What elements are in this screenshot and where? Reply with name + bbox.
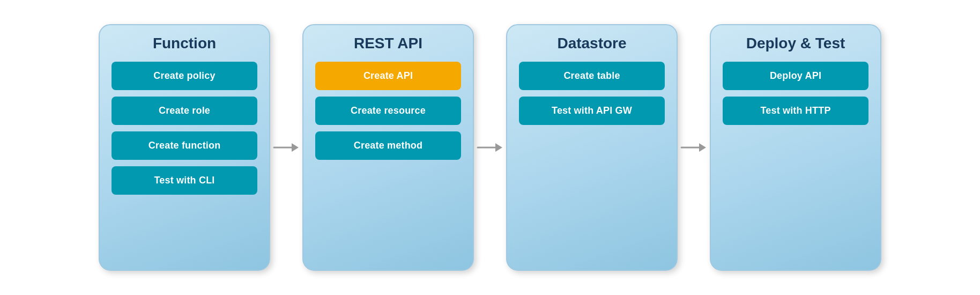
svg-marker-5 <box>699 143 706 152</box>
btn-create-table[interactable]: Create table <box>519 62 665 90</box>
panel-rest-api: REST APICreate APICreate resourceCreate … <box>302 24 474 271</box>
btn-create-api[interactable]: Create API <box>315 62 461 90</box>
panel-title-deploy-test: Deploy & Test <box>746 35 845 52</box>
panel-title-rest-api: REST API <box>354 35 422 52</box>
panel-function: FunctionCreate policyCreate roleCreate f… <box>99 24 270 271</box>
arrow-3 <box>678 137 710 158</box>
diagram: FunctionCreate policyCreate roleCreate f… <box>77 13 903 282</box>
btn-test-with-cli[interactable]: Test with CLI <box>112 166 257 195</box>
panel-title-function: Function <box>153 35 216 52</box>
btn-create-resource[interactable]: Create resource <box>315 97 461 125</box>
panel-datastore: DatastoreCreate tableTest with API GW <box>506 24 678 271</box>
btn-create-policy[interactable]: Create policy <box>112 62 257 90</box>
btn-deploy-api[interactable]: Deploy API <box>723 62 868 90</box>
panel-deploy-test: Deploy & TestDeploy APITest with HTTP <box>710 24 881 271</box>
btn-test-with-api-gw[interactable]: Test with API GW <box>519 97 665 125</box>
btn-create-function[interactable]: Create function <box>112 131 257 160</box>
btn-test-with-http[interactable]: Test with HTTP <box>723 97 868 125</box>
panel-title-datastore: Datastore <box>557 35 626 52</box>
svg-marker-1 <box>292 143 299 152</box>
btn-create-method[interactable]: Create method <box>315 131 461 160</box>
svg-marker-3 <box>495 143 502 152</box>
btn-create-role[interactable]: Create role <box>112 97 257 125</box>
arrow-2 <box>474 137 506 158</box>
arrow-1 <box>270 137 302 158</box>
